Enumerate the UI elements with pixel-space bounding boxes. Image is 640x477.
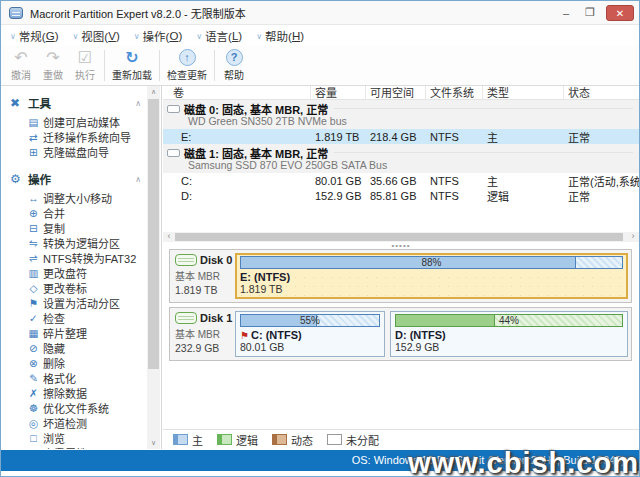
legend: 主 逻辑 动态 未分配 [163,429,639,449]
volume-label-icon: ◇ [26,282,41,294]
chevron-down-icon: ∨ [256,32,262,41]
check-update-button[interactable]: ↑ 检查更新 [163,46,211,85]
usage-percent: 88% [241,257,622,269]
sidebar-item-migrate-os-wizard[interactable]: ⇄ 迁移操作系统向导 [1,129,147,144]
sidebar-item-hide[interactable]: ⊘ 隐藏 [1,340,147,355]
collapse-icon: ∧ [135,175,141,184]
menu-view[interactable]: ∨ 视图(V) [70,26,123,46]
volume-table: 卷 容量 可用空间 文件系统 类型 状态 磁盘 0: 固态, 基本 MBR, 正… [163,86,639,232]
sidebar-item-copy[interactable]: ⊟ 复制 [1,220,147,235]
sidebar-item-check[interactable]: ✓ 检查 [1,310,147,325]
usage-percent: 44% [396,315,622,327]
legend-dynamic: 动态 [272,432,313,448]
clone-disk-icon: ⊞ [26,146,41,158]
column-volume[interactable]: 卷 [163,86,311,99]
section-tools[interactable]: ✖ 工具 ∧ [1,94,147,112]
sidebar-item-format[interactable]: ✎ 格式化 [1,370,147,385]
close-button[interactable]: ✕ [606,5,634,21]
sidebar-item-browse[interactable]: □ 浏览 [1,430,147,445]
partition-block-e[interactable]: 88% E: (NTFS) 1.819 TB [235,253,628,299]
copy-icon: ⊟ [26,222,41,234]
minimize-button[interactable]: – [554,7,578,19]
update-cloud-icon: ↑ [179,49,196,66]
menu-operations[interactable]: ∨ 操作(O) [131,26,186,46]
menu-help[interactable]: ∨ 帮助(H) [253,26,307,46]
sidebar-item-convert-to-logical[interactable]: ⇋ 转换为逻辑分区 [1,235,147,250]
disk-model: Samsung SSD 870 EVO 250GB SATA Bus [167,159,639,171]
wipe-icon: ✗ [26,387,41,399]
maximize-button[interactable]: ❐ [578,6,602,19]
flag-icon: ⚑ [26,297,41,309]
properties-icon: ☰ [26,447,41,450]
main-panel: 卷 容量 可用空间 文件系统 类型 状态 磁盘 0: 固态, 基本 MBR, 正… [163,86,639,449]
optimize-icon: ☸ [26,402,41,414]
sidebar-item-resize-move[interactable]: ↔ 调整大小/移动 [1,190,147,205]
scroll-left-icon[interactable]: ‹ [163,232,175,242]
sidebar-item-wipe-data[interactable]: ✗ 擦除数据 [1,385,147,400]
table-row[interactable]: D: 152.9 GB 85.81 GB NTFS 逻辑 正常 [163,188,639,203]
partition-label: D: (NTFS) [395,329,623,341]
sidebar-scrollbar[interactable]: ∧ ∨ [147,86,160,449]
sidebar-item-delete[interactable]: ⊗ 删除 [1,355,147,370]
sidebar-item-view-properties[interactable]: ☰ 查看属性 [1,445,147,449]
execute-button[interactable]: ☑ 执行 [69,46,101,85]
resize-move-icon: ↔ [26,192,41,204]
sidebar-item-merge[interactable]: ⊕ 合并 [1,205,147,220]
toolbar-separator [159,50,160,81]
help-button[interactable]: ? 帮助 [218,46,250,85]
column-type[interactable]: 类型 [483,86,564,99]
redo-button[interactable]: ↷ 重做 [37,46,69,85]
disk-icon [167,149,180,157]
primary-swatch-icon [173,434,188,445]
menu-language[interactable]: ∨ 语言(L) [193,26,245,46]
sidebar-item-change-volume-label[interactable]: ◇ 更改卷标 [1,280,147,295]
sidebar-item-set-active[interactable]: ⚑ 设置为活动分区 [1,295,147,310]
table-row[interactable]: E: 1.819 TB 218.4 GB NTFS 主 正常 [163,129,639,144]
scrollbar-thumb[interactable] [148,99,159,369]
scroll-up-icon[interactable]: ∧ [147,86,160,98]
format-icon: ✎ [26,372,41,384]
scroll-right-icon[interactable]: › [627,232,639,242]
legend-unallocated: 未分配 [327,432,379,448]
sidebar-item-ntfs-to-fat32[interactable]: ⇌ NTFS转换为FAT32 [1,250,147,265]
scroll-down-icon[interactable]: ∨ [147,437,160,449]
disk-panel-0: Disk 0 基本 MBR 1.819 TB 88% E: (NTFS) 1.8… [169,249,632,303]
table-row[interactable]: C: 80.01 GB 35.66 GB NTFS 主 正常(活动,系统,引 [163,173,639,188]
redo-icon: ↷ [46,49,59,66]
column-status[interactable]: 状态 [564,86,639,99]
disk-info[interactable]: Disk 0 基本 MBR 1.819 TB [170,250,232,302]
column-filesystem[interactable]: 文件系统 [426,86,483,99]
reload-button[interactable]: ↻ 重新加载 [108,46,156,85]
partition-size: 80.01 GB [240,341,380,353]
partition-block-d[interactable]: 44% D: (NTFS) 152.9 GB [390,311,628,357]
disk-group-row[interactable]: 磁盘 0: 固态, 基本 MBR, 正常 WD Green SN350 2TB … [163,100,639,129]
menu-general[interactable]: ∨ 常规(G) [7,26,62,46]
undo-button[interactable]: ↶ 撤消 [5,46,37,85]
sidebar: ✖ 工具 ∧ ▤ 创建可启动媒体 ⇄ 迁移操作系统向导 ⊞ 克隆磁盘向导 ⚙ 操… [1,86,162,449]
column-free-space[interactable]: 可用空间 [366,86,426,99]
window-title: Macrorit Partition Expert v8.2.0 - 无限制版本 [30,5,246,21]
disk-info[interactable]: Disk 1 基本 MBR 232.9 GB [170,308,232,360]
bootable-media-icon: ▤ [26,116,41,128]
disk-model: WD Green SN350 2TB NVMe bus [167,115,639,127]
help-question-icon: ? [226,49,243,66]
tools-icon: ✖ [10,96,26,110]
convert-fat32-icon: ⇌ [26,252,41,264]
sidebar-item-change-drive-letter[interactable]: ▥ 更改盘符 [1,265,147,280]
sidebar-item-create-bootable-media[interactable]: ▤ 创建可启动媒体 [1,114,147,129]
disk-group-row[interactable]: 磁盘 1: 固态, 基本 MBR, 正常 Samsung SSD 870 EVO… [163,144,639,173]
column-capacity[interactable]: 容量 [311,86,366,99]
section-operations[interactable]: ⚙ 操作 ∧ [1,170,147,188]
hard-drive-icon [175,312,197,324]
sidebar-item-defrag[interactable]: ▦ 碎片整理 [1,325,147,340]
sidebar-item-bad-sector-test[interactable]: ◎ 坏道检测 [1,415,147,430]
usage-bar: 55% [240,314,380,327]
scrollbar-thumb[interactable] [175,233,623,241]
sidebar-item-optimize-filesystem[interactable]: ☸ 优化文件系统 [1,400,147,415]
os-info: OS: Windows 10 Pro 64-bit (Version:22H2,… [352,454,625,466]
sidebar-item-clone-disk-wizard[interactable]: ⊞ 克隆磁盘向导 [1,144,147,159]
app-window: Macrorit Partition Expert v8.2.0 - 无限制版本… [0,0,640,477]
collapse-icon: ∧ [135,99,141,108]
check-icon: ✓ [26,312,41,324]
partition-block-c[interactable]: 55% ⚑ C: (NTFS) 80.01 GB [235,311,385,357]
